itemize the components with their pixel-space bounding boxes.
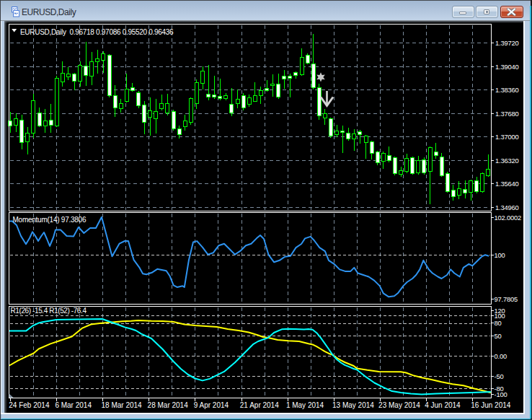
svg-text:0.00: 0.00 — [495, 352, 507, 360]
svg-text:102.0002: 102.0002 — [495, 214, 522, 222]
svg-text:1.38360: 1.38360 — [495, 86, 519, 94]
svg-text:EURUSD,Daily 0.96718 0.97086: EURUSD,Daily 0.96718 0.97086 0.95520 0.9… — [20, 28, 174, 36]
svg-text:13 May 2014: 13 May 2014 — [332, 401, 374, 409]
svg-text:1.34960: 1.34960 — [495, 204, 519, 211]
svg-text:24 Feb 2014: 24 Feb 2014 — [9, 401, 50, 409]
svg-text:4 Jun 2014: 4 Jun 2014 — [425, 401, 461, 409]
svg-text:6 Mar 2014: 6 Mar 2014 — [55, 401, 92, 409]
svg-text:1.37680: 1.37680 — [495, 110, 519, 118]
svg-text:1.36320: 1.36320 — [495, 157, 519, 165]
svg-text:1.39040: 1.39040 — [495, 63, 519, 71]
svg-text:16 Jun 2014: 16 Jun 2014 — [471, 401, 510, 409]
svg-text:50: 50 — [495, 332, 502, 340]
svg-text:100: 100 — [495, 312, 505, 320]
svg-text:80: 80 — [495, 319, 502, 327]
svg-text:-50: -50 — [495, 372, 504, 380]
svg-text:-100: -100 — [495, 390, 507, 398]
svg-text:9 Apr 2014: 9 Apr 2014 — [194, 401, 229, 409]
svg-text:1.39720: 1.39720 — [495, 39, 519, 47]
svg-text:1.35640: 1.35640 — [495, 180, 519, 188]
svg-text:21 Apr 2014: 21 Apr 2014 — [240, 401, 279, 409]
svg-text:R1(26) -15.4 R1(52) -76.4: R1(26) -15.4 R1(52) -76.4 — [11, 307, 87, 315]
svg-text:Momentum(14) 97.3806: Momentum(14) 97.3806 — [13, 216, 87, 224]
svg-text:28 Mar 2014: 28 Mar 2014 — [148, 401, 189, 409]
svg-text:97.7805: 97.7805 — [495, 295, 518, 303]
svg-text:100: 100 — [495, 251, 505, 259]
svg-text:23 May 2014: 23 May 2014 — [378, 401, 420, 409]
svg-text:18 Mar 2014: 18 Mar 2014 — [102, 401, 143, 409]
svg-text:1 May 2014: 1 May 2014 — [286, 401, 324, 409]
svg-text:1.37000: 1.37000 — [495, 133, 519, 141]
